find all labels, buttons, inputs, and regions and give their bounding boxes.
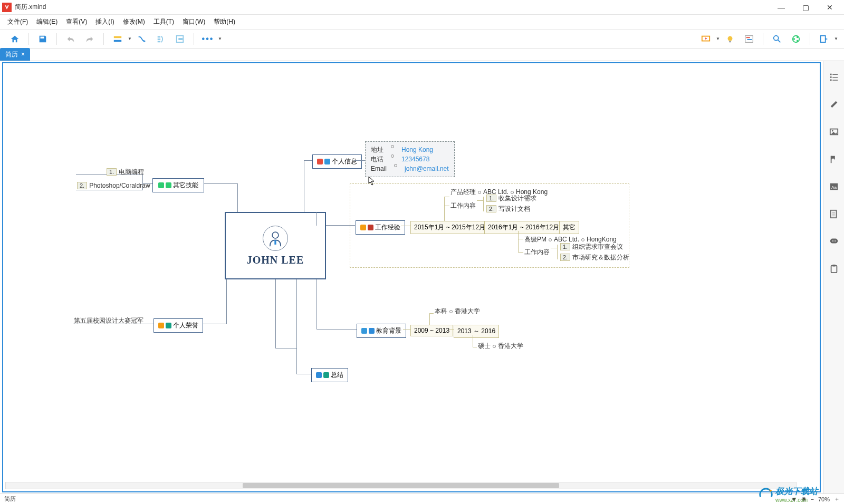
minimize-button[interactable]: ― <box>769 0 793 15</box>
connector <box>518 252 523 253</box>
menu-help[interactable]: 帮助(H) <box>209 15 239 28</box>
summary-button[interactable] <box>154 32 168 46</box>
task-panel-button[interactable] <box>828 263 840 275</box>
marker-panel-button[interactable] <box>828 153 840 166</box>
image-panel-button[interactable] <box>828 125 840 138</box>
idea-button[interactable] <box>723 32 737 46</box>
menu-bar: 文件(F) 编辑(E) 查看(V) 插入(I) 修改(M) 工具(T) 窗口(W… <box>0 15 844 30</box>
tab-label: 简历 <box>5 50 18 59</box>
separator <box>763 33 763 45</box>
marker-icon <box>323 372 329 378</box>
connector <box>226 279 227 324</box>
font-panel-button[interactable]: Aa <box>828 180 840 193</box>
more-button[interactable]: ••• <box>200 32 215 46</box>
skill-item[interactable]: 1.电脑编程 <box>107 168 144 177</box>
menu-view[interactable]: 查看(V) <box>62 15 91 28</box>
svg-point-17 <box>797 36 799 38</box>
edu-detail[interactable]: 本科香港大学 <box>435 307 480 316</box>
node-label: 其它技能 <box>173 181 198 189</box>
maximize-button[interactable]: ▢ <box>793 0 818 15</box>
work-tasks-label[interactable]: 工作内容 <box>450 201 476 210</box>
tab-strip: 简历 × <box>0 49 844 61</box>
separator <box>28 33 29 45</box>
more-dropdown[interactable]: ▼ <box>217 36 223 41</box>
marker-icon <box>369 328 375 334</box>
boundary-button[interactable] <box>172 32 187 46</box>
node-profile[interactable]: 个人信息 <box>312 154 362 169</box>
menu-tools[interactable]: 工具(T) <box>149 15 178 28</box>
edu-detail[interactable]: 硕士香港大学 <box>478 342 523 351</box>
home-button[interactable] <box>7 32 22 46</box>
node-label: 总结 <box>331 371 343 379</box>
horizontal-scrollbar[interactable] <box>5 482 797 489</box>
canvas[interactable]: JOHN LEE 其它技能 1.电脑编程 2.Photoshop/Coraldr… <box>2 62 821 492</box>
connector <box>275 279 276 348</box>
work-period-1[interactable]: 2015年1月 ~ 2015年12月 <box>410 221 489 234</box>
svg-rect-26 <box>830 80 831 81</box>
relationship-button[interactable] <box>135 32 149 46</box>
menu-window[interactable]: 窗口(W) <box>178 15 209 28</box>
menu-file[interactable]: 文件(F) <box>3 15 32 28</box>
work-tasks-label[interactable]: 工作内容 <box>524 248 550 257</box>
outline-panel-button[interactable] <box>828 71 840 83</box>
status-sheet-name: 简历 <box>4 495 16 503</box>
svg-point-39 <box>833 240 835 241</box>
svg-rect-1 <box>114 40 121 42</box>
save-button[interactable] <box>35 32 50 46</box>
svg-rect-42 <box>832 265 835 267</box>
comments-panel-button[interactable] <box>828 235 840 248</box>
structure-button[interactable] <box>110 32 125 46</box>
structure-dropdown[interactable]: ▼ <box>127 36 132 41</box>
close-button[interactable]: ✕ <box>818 0 842 15</box>
profile-info-box[interactable]: 地址Hong Kong 电话12345678 Emailjohn@email.n… <box>365 141 455 177</box>
tab-close-icon[interactable]: × <box>21 51 25 58</box>
node-education[interactable]: 教育背景 <box>357 324 406 338</box>
tab-sheet[interactable]: 简历 × <box>0 48 30 61</box>
presentation-button[interactable] <box>698 32 713 46</box>
zoom-level[interactable]: 70% <box>818 496 830 502</box>
edu-period-2[interactable]: 2013 ～ 2016 <box>454 325 499 338</box>
work-period-other[interactable]: 其它 <box>559 221 579 234</box>
work-task[interactable]: 1.组织需求审查会议 <box>560 243 623 251</box>
work-task[interactable]: 2.市场研究＆数据分析 <box>560 253 629 262</box>
node-summary[interactable]: 总结 <box>311 368 348 382</box>
gantt-button[interactable] <box>742 32 756 46</box>
svg-rect-4 <box>158 41 160 42</box>
connector <box>444 197 449 197</box>
connector <box>237 183 238 212</box>
search-button[interactable] <box>770 32 784 46</box>
connector <box>429 313 430 325</box>
svg-rect-6 <box>178 38 183 40</box>
undo-button[interactable] <box>63 32 78 46</box>
node-work[interactable]: 工作经验 <box>356 220 405 235</box>
menu-insert[interactable]: 插入(I) <box>91 15 118 28</box>
menu-edit[interactable]: 编辑(E) <box>32 15 62 28</box>
menu-modify[interactable]: 修改(M) <box>119 15 149 28</box>
connector <box>473 347 477 347</box>
scroll-thumb[interactable] <box>243 483 559 488</box>
work-task[interactable]: 1.收集设计需求 <box>486 194 536 203</box>
export-button[interactable] <box>817 32 831 46</box>
svg-rect-30 <box>830 156 831 163</box>
format-panel-button[interactable] <box>828 98 840 111</box>
connector <box>518 239 523 239</box>
edu-period-1[interactable]: 2009 ~ 2013 <box>410 325 453 336</box>
svg-rect-19 <box>821 35 826 42</box>
work-task[interactable]: 2.写设计文档 <box>486 205 530 214</box>
presentation-dropdown[interactable]: ▼ <box>715 36 721 41</box>
side-panel: Aa <box>823 61 844 493</box>
zoom-in-button[interactable]: ＋ <box>834 495 840 503</box>
marker-icon <box>361 328 367 334</box>
share-button[interactable] <box>789 32 803 46</box>
skill-item[interactable]: 2.Photoshop/Coraldraw <box>77 182 150 189</box>
root-node[interactable]: JOHN LEE <box>225 212 326 279</box>
redo-button[interactable] <box>82 32 97 46</box>
marker-icon <box>158 182 164 188</box>
export-dropdown[interactable]: ▼ <box>833 36 839 41</box>
work-period-2[interactable]: 2016年1月 ~ 2016年12月 <box>484 221 563 234</box>
connector <box>296 374 311 374</box>
honor-item[interactable]: 第五届校园设计大赛冠军 <box>74 316 143 325</box>
notes-panel-button[interactable] <box>828 208 840 220</box>
node-honors[interactable]: 个人荣誉 <box>154 318 203 333</box>
node-skills[interactable]: 其它技能 <box>152 178 204 192</box>
